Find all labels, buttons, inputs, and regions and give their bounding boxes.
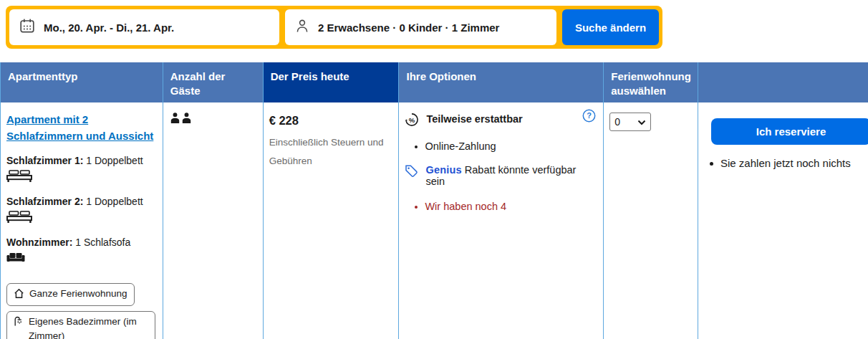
- tag-icon: [405, 164, 418, 180]
- genius-logo: Genius: [425, 164, 461, 176]
- help-icon[interactable]: ?: [582, 109, 596, 125]
- double-bed-icon: [6, 211, 157, 226]
- adult-icon: [170, 113, 180, 123]
- chevron-down-icon: [637, 116, 646, 128]
- apartment-badges: Ganze Ferienwohnung Eigen: [6, 278, 157, 339]
- room-value: 1 Doppelbett: [86, 196, 143, 207]
- adult-icon: [182, 113, 191, 123]
- person-icon: [295, 19, 309, 36]
- badge-label: Eigenes Badezimmer (im Zimmer): [29, 315, 148, 339]
- cell-guests: [163, 102, 264, 339]
- badge-entire-apartment: Ganze Ferienwohnung: [6, 283, 135, 307]
- calendar-icon: [19, 18, 35, 37]
- refund-policy-row: % Teilweise erstattbar: [405, 113, 597, 127]
- header-options: Ihre Optionen: [399, 62, 604, 102]
- search-bar: Mo., 20. Apr. - Di., 21. Apr. 2 Erwachse…: [6, 6, 662, 49]
- booking-room-selection-page: Mo., 20. Apr. - Di., 21. Apr. 2 Erwachse…: [0, 0, 868, 339]
- header-select: Ferienwohnung auswählen: [604, 62, 698, 102]
- room-line-bedroom2: Schlafzimmer 2: 1 Doppelbett: [6, 195, 157, 226]
- scarcity-label: Wir haben noch 4: [425, 201, 506, 212]
- occupancy-value: 2 Erwachsene · 0 Kinder · 1 Zimmer: [318, 22, 499, 34]
- genius-discount-row: Genius Rabatt könnte verfügbar sein: [405, 164, 597, 187]
- quantity-select-value: 0: [614, 116, 620, 128]
- header-actions: [698, 62, 868, 102]
- room-label: Wohnzimmer:: [6, 237, 72, 248]
- cell-price: € 228 Einschließlich Steuern und Gebühre…: [264, 102, 400, 339]
- percent-refund-icon: %: [405, 113, 419, 127]
- table-header-row: Apartmenttyp Anzahl der Gäste Der Preis …: [1, 62, 868, 102]
- room-line-bedroom1: Schlafzimmer 1: 1 Doppelbett: [6, 154, 157, 186]
- bullet-dot: [415, 206, 418, 209]
- occupancy-field[interactable]: 2 Erwachsene · 0 Kinder · 1 Zimmer: [285, 9, 556, 45]
- room-line-livingroom: Wohnzimmer: 1 Schlafsofa: [6, 236, 157, 266]
- room-value: 1 Doppelbett: [86, 155, 143, 166]
- reserve-button[interactable]: Ich reserviere: [711, 118, 868, 145]
- price-taxes-note: Einschließlich Steuern und Gebühren: [269, 133, 384, 170]
- cell-select-quantity: 0: [604, 102, 698, 339]
- header-apartment-type: Apartmenttyp: [1, 62, 163, 102]
- bullet-dot: [710, 162, 713, 166]
- svg-text:%: %: [409, 116, 415, 124]
- genius-discount-text: Genius Rabatt könnte verfügbar sein: [425, 164, 597, 187]
- payment-option-item: Online-Zahlung: [415, 140, 597, 152]
- reserve-note-item: Sie zahlen jetzt noch nichts: [710, 157, 862, 169]
- rooms-table: Apartmenttyp Anzahl der Gäste Der Preis …: [0, 62, 868, 339]
- room-value: 1 Schlafsofa: [75, 237, 130, 248]
- cell-options: ? % Teilweise erstattbar Onl: [399, 102, 604, 339]
- badge-private-bathroom: Eigenes Badezimmer (im Zimmer): [6, 311, 155, 339]
- bullet-dot: [415, 145, 418, 148]
- date-range-field[interactable]: Mo., 20. Apr. - Di., 21. Apr.: [9, 9, 279, 45]
- refund-policy-label: Teilweise erstattbar: [426, 113, 522, 125]
- header-guests: Anzahl der Gäste: [163, 62, 264, 102]
- shower-icon: [14, 316, 24, 331]
- payment-option-label: Online-Zahlung: [425, 140, 496, 152]
- change-search-button[interactable]: Suche ändern: [562, 9, 659, 45]
- svg-text:?: ?: [587, 111, 592, 120]
- sofa-icon: [6, 252, 157, 266]
- house-icon: [14, 288, 24, 303]
- cell-reserve: Ich reserviere Sie zahlen jetzt noch nic…: [698, 102, 868, 339]
- price-amount: € 228: [269, 114, 393, 128]
- table-row: Apartment mit 2 Schlafzimmern und Aussic…: [1, 102, 868, 339]
- cell-apartment-type: Apartment mit 2 Schlafzimmern und Aussic…: [1, 102, 163, 339]
- double-bed-icon: [6, 170, 157, 186]
- apartment-title-link[interactable]: Apartment mit 2 Schlafzimmern und Aussic…: [6, 111, 157, 145]
- reserve-note-label: Sie zahlen jetzt noch nichts: [720, 157, 851, 169]
- header-price: Der Preis heute: [264, 62, 400, 102]
- quantity-select[interactable]: 0: [609, 113, 651, 131]
- room-label: Schlafzimmer 1:: [6, 155, 83, 166]
- scarcity-item: Wir haben noch 4: [415, 201, 597, 212]
- badge-label: Ganze Ferienwohnung: [29, 287, 127, 301]
- occupancy-icons: [169, 108, 257, 128]
- room-label: Schlafzimmer 2:: [6, 196, 83, 207]
- date-range-value: Mo., 20. Apr. - Di., 21. Apr.: [44, 22, 174, 34]
